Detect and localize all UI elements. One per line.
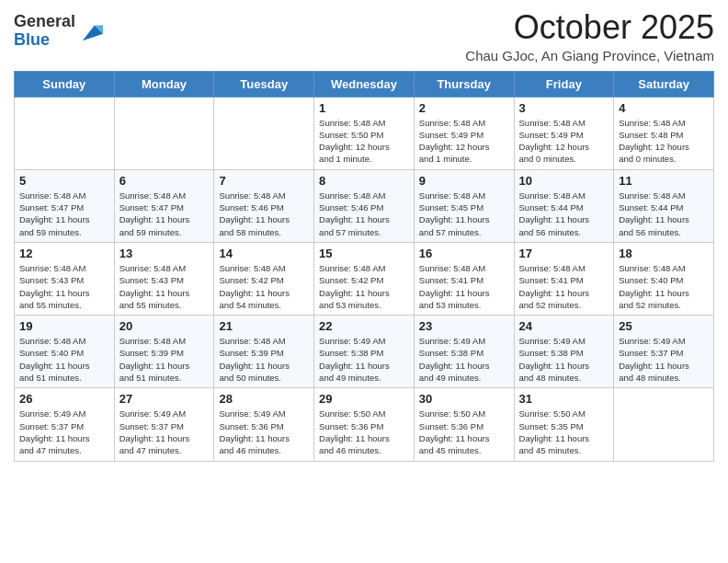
day-number: 18 xyxy=(619,247,709,260)
calendar-cell: 4Sunrise: 5:48 AM Sunset: 5:48 PM Daylig… xyxy=(614,97,714,169)
day-number: 10 xyxy=(519,174,609,188)
calendar-cell: 20Sunrise: 5:48 AM Sunset: 5:39 PM Dayli… xyxy=(114,316,214,388)
day-info: Sunrise: 5:48 AM Sunset: 5:45 PM Dayligh… xyxy=(419,190,509,238)
day-number: 19 xyxy=(19,319,109,333)
day-info: Sunrise: 5:48 AM Sunset: 5:40 PM Dayligh… xyxy=(619,262,709,311)
header-row: SundayMondayTuesdayWednesdayThursdayFrid… xyxy=(15,71,714,97)
calendar-cell: 15Sunrise: 5:48 AM Sunset: 5:42 PM Dayli… xyxy=(314,242,415,315)
day-info: Sunrise: 5:48 AM Sunset: 5:42 PM Dayligh… xyxy=(219,262,309,311)
calendar-cell: 2Sunrise: 5:48 AM Sunset: 5:49 PM Daylig… xyxy=(414,97,514,169)
calendar-cell: 27Sunrise: 5:49 AM Sunset: 5:37 PM Dayli… xyxy=(114,388,214,461)
day-info: Sunrise: 5:50 AM Sunset: 5:36 PM Dayligh… xyxy=(319,408,409,456)
day-number: 5 xyxy=(19,174,109,188)
calendar-cell: 26Sunrise: 5:49 AM Sunset: 5:37 PM Dayli… xyxy=(15,388,115,461)
day-info: Sunrise: 5:48 AM Sunset: 5:39 PM Dayligh… xyxy=(219,335,309,384)
day-number: 16 xyxy=(419,247,509,260)
day-number: 12 xyxy=(19,247,109,260)
calendar-header: SundayMondayTuesdayWednesdayThursdayFrid… xyxy=(15,71,714,97)
month-title: October 2025 xyxy=(465,9,714,46)
calendar-cell: 9Sunrise: 5:48 AM Sunset: 5:45 PM Daylig… xyxy=(414,169,514,242)
day-number: 21 xyxy=(219,319,309,333)
calendar-cell: 10Sunrise: 5:48 AM Sunset: 5:44 PM Dayli… xyxy=(514,169,614,242)
calendar-cell: 18Sunrise: 5:48 AM Sunset: 5:40 PM Dayli… xyxy=(614,242,714,315)
calendar-cell: 8Sunrise: 5:48 AM Sunset: 5:46 PM Daylig… xyxy=(314,169,415,242)
day-info: Sunrise: 5:48 AM Sunset: 5:49 PM Dayligh… xyxy=(419,117,509,166)
day-info: Sunrise: 5:48 AM Sunset: 5:50 PM Dayligh… xyxy=(319,117,409,166)
day-info: Sunrise: 5:48 AM Sunset: 5:40 PM Dayligh… xyxy=(19,335,109,384)
day-info: Sunrise: 5:48 AM Sunset: 5:46 PM Dayligh… xyxy=(319,190,409,238)
calendar-cell: 19Sunrise: 5:48 AM Sunset: 5:40 PM Dayli… xyxy=(15,316,115,388)
calendar-cell xyxy=(214,97,314,169)
day-number: 22 xyxy=(319,319,409,333)
location: Chau GJoc, An Giang Province, Vietnam xyxy=(465,48,714,63)
day-info: Sunrise: 5:49 AM Sunset: 5:38 PM Dayligh… xyxy=(319,335,409,384)
day-info: Sunrise: 5:49 AM Sunset: 5:38 PM Dayligh… xyxy=(519,335,609,384)
day-info: Sunrise: 5:48 AM Sunset: 5:42 PM Dayligh… xyxy=(319,262,409,311)
title-block: October 2025 Chau GJoc, An Giang Provinc… xyxy=(465,9,714,63)
day-number: 2 xyxy=(419,101,509,115)
calendar-cell: 25Sunrise: 5:49 AM Sunset: 5:37 PM Dayli… xyxy=(614,316,714,388)
calendar-body: 1Sunrise: 5:48 AM Sunset: 5:50 PM Daylig… xyxy=(15,97,714,461)
day-info: Sunrise: 5:49 AM Sunset: 5:37 PM Dayligh… xyxy=(119,408,210,456)
day-info: Sunrise: 5:49 AM Sunset: 5:37 PM Dayligh… xyxy=(619,335,709,384)
day-of-week-header: Thursday xyxy=(414,71,514,97)
calendar-cell xyxy=(614,388,714,461)
day-number: 3 xyxy=(519,101,609,115)
day-info: Sunrise: 5:48 AM Sunset: 5:47 PM Dayligh… xyxy=(19,190,109,238)
day-of-week-header: Sunday xyxy=(15,71,115,97)
day-number: 30 xyxy=(419,392,509,406)
day-info: Sunrise: 5:48 AM Sunset: 5:43 PM Dayligh… xyxy=(19,262,109,311)
day-number: 23 xyxy=(419,319,509,333)
day-number: 4 xyxy=(619,101,709,115)
calendar-week-row: 26Sunrise: 5:49 AM Sunset: 5:37 PM Dayli… xyxy=(15,388,714,461)
calendar-cell: 24Sunrise: 5:49 AM Sunset: 5:38 PM Dayli… xyxy=(514,316,614,388)
day-number: 7 xyxy=(219,174,309,188)
calendar-cell xyxy=(114,97,214,169)
day-of-week-header: Wednesday xyxy=(314,71,415,97)
calendar-cell: 16Sunrise: 5:48 AM Sunset: 5:41 PM Dayli… xyxy=(414,242,514,315)
day-info: Sunrise: 5:48 AM Sunset: 5:39 PM Dayligh… xyxy=(119,335,210,384)
day-info: Sunrise: 5:48 AM Sunset: 5:44 PM Dayligh… xyxy=(519,190,609,238)
day-info: Sunrise: 5:49 AM Sunset: 5:38 PM Dayligh… xyxy=(419,335,509,384)
calendar-cell: 17Sunrise: 5:48 AM Sunset: 5:41 PM Dayli… xyxy=(514,242,614,315)
calendar-cell: 31Sunrise: 5:50 AM Sunset: 5:35 PM Dayli… xyxy=(514,388,614,461)
calendar-cell: 1Sunrise: 5:48 AM Sunset: 5:50 PM Daylig… xyxy=(314,97,415,169)
day-info: Sunrise: 5:49 AM Sunset: 5:37 PM Dayligh… xyxy=(19,408,109,456)
day-info: Sunrise: 5:48 AM Sunset: 5:41 PM Dayligh… xyxy=(519,262,609,311)
calendar-cell: 13Sunrise: 5:48 AM Sunset: 5:43 PM Dayli… xyxy=(114,242,214,315)
day-number: 6 xyxy=(119,174,210,188)
calendar-cell: 5Sunrise: 5:48 AM Sunset: 5:47 PM Daylig… xyxy=(15,169,115,242)
page-header: General Blue October 2025 Chau GJoc, An … xyxy=(14,9,714,63)
day-number: 26 xyxy=(19,392,109,406)
calendar-week-row: 5Sunrise: 5:48 AM Sunset: 5:47 PM Daylig… xyxy=(15,169,714,242)
calendar-table: SundayMondayTuesdayWednesdayThursdayFrid… xyxy=(14,71,714,462)
calendar-cell: 6Sunrise: 5:48 AM Sunset: 5:47 PM Daylig… xyxy=(114,169,214,242)
calendar-cell: 23Sunrise: 5:49 AM Sunset: 5:38 PM Dayli… xyxy=(414,316,514,388)
day-number: 24 xyxy=(519,319,609,333)
day-number: 29 xyxy=(319,392,409,406)
day-info: Sunrise: 5:48 AM Sunset: 5:48 PM Dayligh… xyxy=(619,117,709,166)
calendar-cell: 11Sunrise: 5:48 AM Sunset: 5:44 PM Dayli… xyxy=(614,169,714,242)
calendar-cell: 22Sunrise: 5:49 AM Sunset: 5:38 PM Dayli… xyxy=(314,316,415,388)
day-of-week-header: Saturday xyxy=(614,71,714,97)
logo: General Blue xyxy=(14,13,105,50)
day-number: 28 xyxy=(219,392,309,406)
calendar-cell: 7Sunrise: 5:48 AM Sunset: 5:46 PM Daylig… xyxy=(214,169,314,242)
day-info: Sunrise: 5:48 AM Sunset: 5:49 PM Dayligh… xyxy=(519,117,609,166)
day-number: 8 xyxy=(319,174,409,188)
calendar-cell: 21Sunrise: 5:48 AM Sunset: 5:39 PM Dayli… xyxy=(214,316,314,388)
logo-blue: Blue xyxy=(14,30,50,49)
day-number: 11 xyxy=(619,174,709,188)
calendar-cell: 3Sunrise: 5:48 AM Sunset: 5:49 PM Daylig… xyxy=(514,97,614,169)
logo-icon xyxy=(79,18,105,44)
calendar-cell xyxy=(15,97,115,169)
day-number: 14 xyxy=(219,247,309,260)
calendar-week-row: 19Sunrise: 5:48 AM Sunset: 5:40 PM Dayli… xyxy=(15,316,714,388)
day-number: 1 xyxy=(319,101,409,115)
day-of-week-header: Friday xyxy=(514,71,614,97)
day-info: Sunrise: 5:50 AM Sunset: 5:36 PM Dayligh… xyxy=(419,408,509,456)
day-number: 13 xyxy=(119,247,210,260)
day-info: Sunrise: 5:50 AM Sunset: 5:35 PM Dayligh… xyxy=(519,408,609,456)
logo-text: General Blue xyxy=(14,13,75,50)
day-number: 31 xyxy=(519,392,609,406)
